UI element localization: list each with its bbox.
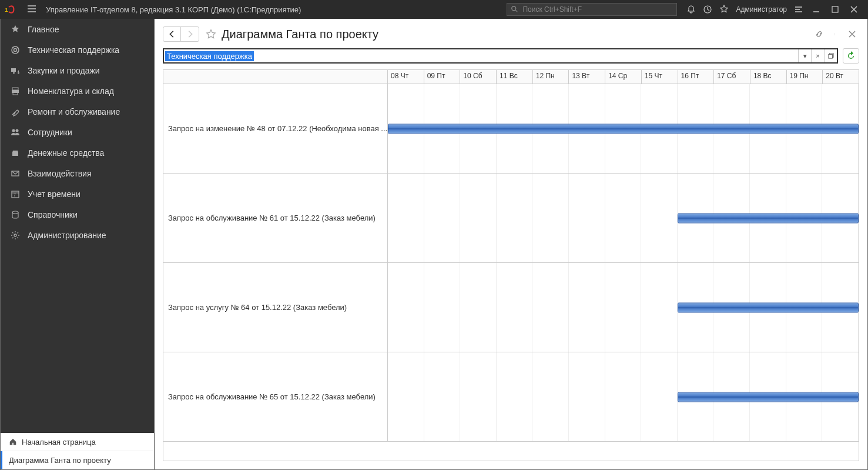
nav-label: Ремонт и обслуживание (28, 107, 120, 116)
sidebar-item-6[interactable]: Денежные средства (1, 142, 154, 163)
sidebar-item-10[interactable]: Администрирование (1, 225, 154, 245)
gear-icon (9, 230, 22, 241)
refresh-button[interactable] (843, 48, 859, 64)
nav-label: Взаимодействия (28, 169, 92, 178)
truck-icon (9, 65, 22, 76)
time-header-cell: 13 Вт (569, 70, 605, 84)
gantt-chart: 08 Чт09 Пт10 Сб11 Вс12 Пн13 Вт14 Ср15 Чт… (163, 69, 859, 461)
project-filter-input[interactable]: Техническая поддержка ▾ × (163, 48, 838, 64)
svg-point-20 (835, 34, 835, 35)
sidebar-item-4[interactable]: Ремонт и обслуживание (1, 101, 154, 122)
more-icon[interactable] (829, 27, 843, 41)
history-icon[interactable] (701, 2, 715, 16)
nav-label: Справочники (28, 210, 78, 219)
close-page-icon[interactable] (845, 27, 859, 41)
gantt-bar[interactable] (388, 124, 859, 134)
time-header-cell: 19 Пн (787, 70, 823, 84)
back-button[interactable] (163, 27, 181, 41)
filter-row: Техническая поддержка ▾ × (163, 48, 859, 64)
sidebar-item-9[interactable]: Справочники (1, 204, 154, 225)
gantt-header: 08 Чт09 Пт10 Сб11 Вс12 Пн13 Вт14 Ср15 Чт… (163, 70, 859, 84)
home-label: Начальная страница (22, 438, 96, 446)
task-name-cell[interactable]: Запрос на обслуживание № 61 от 15.12.22 … (163, 174, 388, 262)
nav-label: Главное (28, 25, 59, 34)
link-icon[interactable] (812, 27, 826, 41)
sidebar-active-page[interactable]: Диаграмма Ганта по проекту (1, 451, 154, 469)
task-name-cell[interactable]: Запрос на обслуживание № 65 от 15.12.22 … (163, 352, 388, 441)
nav-label: Техническая поддержка (28, 45, 119, 55)
svg-point-1 (512, 6, 516, 11)
db-icon (9, 209, 22, 220)
nav-label: Номенклатура и склад (28, 86, 114, 96)
username-label[interactable]: Администратор (736, 5, 787, 14)
search-placeholder: Поиск Ctrl+Shift+F (522, 5, 582, 14)
lifebuoy-icon (9, 45, 22, 55)
gantt-row: Запрос на услугу № 64 от 15.12.22 (Заказ… (163, 263, 859, 352)
nav-label: Учет времени (28, 189, 81, 199)
panel-icon[interactable] (792, 2, 806, 16)
sidebar-home[interactable]: Начальная страница (1, 433, 154, 451)
gantt-row: Запрос на обслуживание № 65 от 15.12.22 … (163, 352, 859, 442)
titlebar: 1 Управление IT-отделом 8, редакция 3.1 … (0, 0, 868, 19)
nav-label: Сотрудники (28, 128, 72, 137)
expand-icon[interactable] (824, 49, 837, 62)
svg-text:7: 7 (14, 193, 16, 197)
sidebar-item-8[interactable]: 7Учет времени (1, 184, 154, 204)
maximize-button[interactable] (826, 2, 844, 16)
clear-icon[interactable]: × (811, 49, 824, 62)
sidebar-item-1[interactable]: Техническая поддержка (1, 39, 154, 60)
time-header-cell: 16 Пт (678, 70, 715, 84)
svg-point-17 (12, 211, 18, 214)
svg-rect-23 (828, 55, 832, 59)
time-header-cell: 17 Сб (714, 70, 750, 84)
task-name-cell[interactable]: Запрос на услугу № 64 от 15.12.22 (Заказ… (163, 263, 388, 352)
minimize-button[interactable] (807, 2, 826, 16)
page-header: Диаграмма Ганта по проекту (163, 25, 859, 44)
gantt-row: Запрос на изменение № 48 от 07.12.22 (Не… (163, 84, 859, 174)
time-header-cell: 18 Вс (750, 70, 787, 84)
svg-text:1: 1 (5, 6, 8, 13)
sidebar-item-0[interactable]: Главное (1, 19, 154, 39)
time-header-cell: 20 Вт (823, 70, 859, 84)
gantt-bar[interactable] (678, 302, 859, 312)
sidebar-item-7[interactable]: Взаимодействия (1, 163, 154, 184)
bell-icon[interactable] (684, 2, 698, 16)
gantt-row: Запрос на обслуживание № 61 от 15.12.22 … (163, 174, 859, 263)
time-cells (388, 174, 859, 262)
svg-point-7 (14, 48, 17, 51)
star-icon[interactable] (717, 2, 731, 16)
dropdown-icon[interactable]: ▾ (798, 49, 811, 62)
calendar-icon: 7 (9, 189, 22, 199)
content-area: Диаграмма Ганта по проекту Техническая п… (155, 19, 867, 469)
money-icon (9, 148, 22, 158)
svg-rect-5 (832, 6, 838, 12)
time-cells (388, 84, 859, 173)
sidebar: ГлавноеТехническая поддержкаЗакупки и пр… (1, 19, 155, 469)
task-name-cell[interactable]: Запрос на изменение № 48 от 07.12.22 (Не… (163, 84, 388, 173)
nav-label: Администрирование (28, 231, 106, 240)
svg-point-19 (835, 33, 835, 34)
gantt-bar[interactable] (678, 392, 859, 402)
star-icon (9, 24, 22, 35)
global-search-input[interactable]: Поиск Ctrl+Shift+F (507, 3, 677, 16)
close-button[interactable] (844, 2, 863, 16)
time-header-cell: 10 Сб (460, 70, 497, 84)
filter-value: Техническая поддержка (165, 51, 254, 61)
forward-button[interactable] (181, 27, 199, 41)
sidebar-item-2[interactable]: Закупки и продажи (1, 60, 154, 81)
tools-icon (9, 106, 22, 117)
gantt-bar[interactable] (678, 213, 859, 223)
nav-label: Денежные средства (28, 148, 104, 158)
mail-icon (9, 168, 22, 179)
menu-icon[interactable] (27, 4, 39, 15)
sidebar-item-5[interactable]: Сотрудники (1, 122, 154, 142)
svg-point-11 (12, 129, 15, 132)
svg-point-21 (835, 35, 835, 35)
task-column-header (163, 70, 388, 84)
window-title: Управление IT-отделом 8, редакция 3.1 КО… (46, 5, 301, 14)
favorite-star-icon[interactable] (205, 28, 217, 40)
sidebar-item-3[interactable]: Номенклатура и склад (1, 81, 154, 101)
gantt-body: Запрос на изменение № 48 от 07.12.22 (Не… (163, 84, 859, 461)
time-header-cell: 11 Вс (497, 70, 533, 84)
users-icon (9, 127, 22, 138)
